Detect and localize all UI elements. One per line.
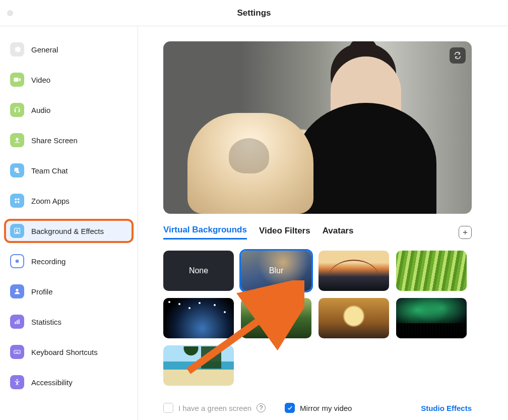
- sidebar-item-label: Video: [31, 76, 50, 84]
- background-tile-blur[interactable]: Blur: [241, 251, 311, 291]
- headphones-icon: [10, 103, 24, 117]
- record-icon: [10, 254, 24, 268]
- tile-label: None: [189, 266, 208, 275]
- background-tile-aurora[interactable]: [396, 298, 467, 338]
- svg-point-6: [16, 260, 19, 263]
- sidebar-item-keyboard-shortcuts[interactable]: Keyboard Shortcuts: [5, 341, 133, 363]
- window-control-dot[interactable]: [7, 10, 13, 16]
- svg-point-13: [17, 351, 17, 352]
- sidebar-item-label: Profile: [31, 287, 53, 296]
- titlebar: Settings: [0, 0, 508, 26]
- background-tile-none[interactable]: None: [163, 251, 234, 291]
- footer-controls: I have a green screen ? Mirror my video …: [163, 403, 472, 413]
- svg-rect-15: [16, 352, 18, 353]
- background-tile-jurassic-park[interactable]: [241, 298, 311, 338]
- svg-point-0: [15, 198, 17, 200]
- studio-effects-link[interactable]: Studio Effects: [421, 404, 472, 412]
- window-title: Settings: [237, 8, 271, 18]
- rotate-camera-button[interactable]: [450, 47, 466, 64]
- svg-point-16: [17, 379, 18, 381]
- sidebar-item-audio[interactable]: Audio: [5, 99, 133, 121]
- sidebar-item-share-screen[interactable]: Share Screen: [5, 129, 133, 151]
- gear-icon: [10, 42, 24, 56]
- accessibility-icon: [10, 375, 24, 389]
- svg-rect-11: [14, 350, 20, 354]
- video-badge-icon: [399, 326, 410, 335]
- tab-virtual-backgrounds[interactable]: Virtual Backgrounds: [163, 225, 247, 239]
- svg-point-3: [18, 201, 20, 203]
- background-grid: None Blur: [163, 251, 486, 386]
- sidebar-item-label: Keyboard Shortcuts: [31, 348, 98, 356]
- sidebar-item-accessibility[interactable]: Accessibility: [5, 371, 133, 393]
- sidebar-item-label: Share Screen: [31, 136, 78, 145]
- svg-rect-8: [15, 322, 16, 324]
- sidebar-item-statistics[interactable]: Statistics: [5, 311, 133, 333]
- background-tile-earth[interactable]: [163, 298, 234, 338]
- svg-point-5: [16, 229, 18, 231]
- keyboard-icon: [10, 345, 24, 359]
- main-panel: Virtual Backgrounds Video Filters Avatar…: [138, 26, 508, 420]
- svg-point-7: [16, 289, 18, 291]
- sidebar-item-label: Audio: [31, 106, 50, 114]
- tab-avatars[interactable]: Avatars: [323, 226, 354, 239]
- settings-sidebar: General Video Audio Share Screen Team Ch: [0, 26, 138, 420]
- sidebar-item-general[interactable]: General: [5, 38, 133, 61]
- person-icon: [10, 284, 24, 298]
- apps-icon: [10, 194, 24, 208]
- mirror-video-label: Mirror my video: [300, 404, 352, 412]
- sidebar-item-team-chat[interactable]: Team Chat: [5, 159, 133, 182]
- sidebar-item-zoom-apps[interactable]: Zoom Apps: [5, 190, 133, 212]
- green-screen-label: I have a green screen: [178, 404, 251, 412]
- svg-point-2: [15, 201, 17, 203]
- video-camera-icon: [10, 73, 24, 87]
- bar-chart-icon: [10, 315, 24, 329]
- sidebar-item-label: General: [31, 45, 58, 54]
- mirror-video-checkbox[interactable]: [285, 403, 295, 413]
- sidebar-item-background-effects[interactable]: Background & Effects: [5, 220, 133, 242]
- sidebar-item-label: Statistics: [31, 318, 61, 326]
- sidebar-item-label: Background & Effects: [31, 227, 104, 235]
- sidebar-item-label: Recording: [31, 257, 66, 266]
- tile-label: Blur: [269, 266, 283, 275]
- svg-point-12: [15, 351, 16, 352]
- green-screen-checkbox[interactable]: [163, 403, 173, 413]
- person-frame-icon: [10, 224, 24, 238]
- background-tile-golden-gate[interactable]: [319, 251, 389, 291]
- background-tile-menorah[interactable]: [319, 298, 389, 338]
- background-tile-beach[interactable]: [163, 345, 234, 386]
- svg-point-14: [18, 351, 18, 352]
- svg-rect-9: [17, 320, 18, 324]
- sidebar-item-label: Accessibility: [31, 378, 73, 387]
- chat-bubbles-icon: [10, 163, 24, 177]
- svg-point-1: [18, 198, 20, 200]
- sidebar-item-label: Team Chat: [31, 166, 68, 175]
- svg-rect-10: [19, 319, 20, 324]
- sidebar-item-video[interactable]: Video: [5, 69, 133, 91]
- upload-icon: [10, 133, 24, 147]
- help-icon[interactable]: ?: [257, 403, 266, 412]
- sidebar-item-profile[interactable]: Profile: [5, 280, 133, 303]
- video-preview: [163, 41, 472, 214]
- background-tile-grass[interactable]: [396, 251, 467, 291]
- effects-tabs: Virtual Backgrounds Video Filters Avatar…: [163, 225, 472, 239]
- add-background-button[interactable]: [459, 226, 472, 239]
- sidebar-item-recording[interactable]: Recording: [5, 250, 133, 272]
- sidebar-item-label: Zoom Apps: [31, 197, 70, 205]
- tab-video-filters[interactable]: Video Filters: [259, 226, 310, 239]
